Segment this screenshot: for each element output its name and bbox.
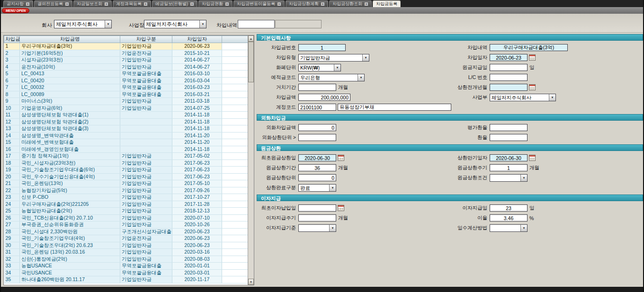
table-row[interactable]: 21국민_온렌딩(13억)기업일반자금2017-05-10 bbox=[4, 180, 249, 187]
table-row[interactable]: 3시설자금(23억3천)기업일반자금2014-06-27 bbox=[4, 57, 249, 64]
principal-condition-select[interactable]: ▼ bbox=[490, 174, 528, 182]
chevron-down-icon[interactable]: ▼ bbox=[549, 94, 555, 101]
tab-close-icon[interactable]: × bbox=[321, 2, 325, 6]
business-unit-select[interactable]: 제일저지주식회사 ▼ bbox=[490, 94, 556, 101]
tab-close-icon[interactable]: × bbox=[104, 2, 108, 6]
tab-차입금변동이율등록[interactable]: 차입금변동이율등록× bbox=[233, 0, 285, 7]
interest-pay-day-field[interactable] bbox=[490, 204, 528, 212]
calendar-icon[interactable] bbox=[529, 54, 536, 61]
loan-desc-input[interactable] bbox=[238, 20, 275, 28]
tab-공지사항[interactable]: 공지사항× bbox=[3, 0, 33, 7]
company-select[interactable]: 제일저지주식회사 ▼ bbox=[54, 20, 112, 28]
table-row[interactable]: 8LC_00089무역포괄금융대출2016-03-21 bbox=[4, 91, 249, 98]
interest-cycle-field[interactable] bbox=[298, 214, 336, 221]
table-row[interactable]: 30국민_기술창조우대(2억) 20.6.23기업일반자금2020-06-23 bbox=[4, 242, 249, 249]
calendar-icon[interactable] bbox=[529, 155, 536, 161]
chevron-down-icon[interactable]: ▼ bbox=[329, 225, 336, 231]
tab-close-icon[interactable]: × bbox=[225, 2, 229, 6]
interest-rate-field[interactable] bbox=[490, 214, 528, 221]
table-row[interactable]: 15미래에셋_변액보험대출2014-11-20 bbox=[4, 139, 249, 146]
tab-차입금상환조회[interactable]: 차입금상환조회× bbox=[329, 0, 372, 7]
table-row[interactable]: 12삼성생명단체보험 약관대출(2)2014-11-18 bbox=[4, 118, 249, 125]
table-row[interactable]: 34국민USANCE무역포괄금융대출2020-03-01 bbox=[4, 269, 249, 276]
table-row[interactable]: 9마이너스(3억)기업일반자금2011-03-18 bbox=[4, 98, 249, 105]
table-row[interactable]: 26국민_TCB신용대출(2억) 20.7.10기업일반자금2020-07-10 bbox=[4, 214, 249, 221]
tab-계정과목등록[interactable]: 계정과목등록× bbox=[113, 0, 151, 7]
table-row[interactable]: 1우리구매자금대출(3억)기업일반자금2020-06-23 bbox=[4, 43, 249, 50]
scroll-down-icon[interactable]: ▼ bbox=[248, 279, 254, 285]
tab-자금일보조회[interactable]: 자금일보조회× bbox=[73, 0, 112, 7]
calendar-icon[interactable] bbox=[338, 155, 344, 161]
table-row[interactable]: 6LC_00420무역포괄금융대출2016-03-04 bbox=[4, 77, 249, 84]
table-row[interactable]: 10기업운영자금(6억)기업일반자금2014-07-25 bbox=[4, 105, 249, 112]
table-row[interactable]: 5LC_00413무역포괄금융대출2016-03-10 bbox=[4, 71, 249, 78]
tab-close-icon[interactable]: × bbox=[190, 2, 194, 6]
currency-select[interactable]: KRW(₩) ▼ bbox=[298, 64, 341, 71]
chevron-down-icon[interactable]: ▼ bbox=[329, 185, 336, 191]
tab-close-icon[interactable]: × bbox=[143, 2, 148, 6]
tab-close-icon[interactable]: × bbox=[65, 2, 69, 6]
chevron-down-icon[interactable]: ▼ bbox=[358, 74, 364, 81]
first-interest-date-field[interactable] bbox=[298, 204, 336, 212]
table-row[interactable]: 22농협장기차입금(5억)기업일반자금2017-09-26 bbox=[4, 187, 249, 194]
site-select[interactable]: 제일저지주식회사 ▼ bbox=[144, 20, 206, 28]
table-row[interactable]: 24우리구매자금대출(2억)221205기업일반자금2017-11-28 bbox=[4, 201, 249, 208]
chevron-down-icon[interactable]: ▼ bbox=[199, 20, 206, 28]
calendar-icon[interactable] bbox=[338, 205, 344, 211]
scroll-up-icon[interactable]: ▲ bbox=[248, 35, 254, 42]
pre-repay-ym-field[interactable] bbox=[490, 84, 528, 91]
table-scrollbar[interactable]: ▲ ▼ bbox=[248, 35, 254, 285]
table-row[interactable]: 18국민_시설자금(23억3천)기업일반자금2017-06-23 bbox=[4, 159, 249, 167]
menu-open-button[interactable]: MENU OPEN bbox=[2, 8, 29, 13]
principal-pay-day-field[interactable] bbox=[490, 64, 528, 71]
tab-close-icon[interactable]: × bbox=[26, 2, 30, 6]
col-header-date[interactable]: 차입일자 bbox=[172, 36, 222, 43]
table-row[interactable]: 29국민_기술창조기업우대(4억)기업운전자금2020-06-23 bbox=[4, 235, 249, 242]
col-header-type[interactable]: 차입구분 bbox=[120, 36, 172, 43]
table-row[interactable]: 16미래에셋_경영인보험대출2014-11-18 bbox=[4, 146, 249, 153]
calendar-icon[interactable] bbox=[529, 84, 536, 90]
table-row[interactable]: 14삼성생명_변액약관대출2014-11-20 bbox=[4, 132, 249, 139]
table-row[interactable]: 19국민_기술창조기업우대대출(6억)기업일반자금2017-06-23 bbox=[4, 167, 249, 174]
tab-차입금상환계획[interactable]: 차입금상환계획× bbox=[286, 0, 328, 7]
chevron-down-icon[interactable]: ▼ bbox=[362, 54, 369, 61]
account-name-field[interactable] bbox=[338, 104, 451, 111]
tab-close-icon[interactable]: × bbox=[277, 2, 281, 6]
loan-amount-field[interactable] bbox=[298, 94, 350, 101]
chevron-down-icon[interactable]: ▼ bbox=[334, 64, 340, 71]
principal-period-field[interactable] bbox=[298, 164, 336, 171]
repay-complete-select[interactable]: 완료 ▼ bbox=[298, 184, 336, 192]
table-row[interactable]: 13삼성생명단체보험 약관대출(3)2014-11-18 bbox=[4, 125, 249, 133]
loan-date-field[interactable] bbox=[490, 54, 528, 61]
table-row[interactable]: 28국민_시설대 2,330백만원구조개선시설자금대출2020-06-23 bbox=[4, 228, 249, 235]
tab-결의전표등록[interactable]: 결의전표등록× bbox=[34, 0, 72, 7]
chevron-down-icon[interactable]: ▼ bbox=[105, 20, 111, 28]
col-header-code[interactable]: 차입금코드 bbox=[4, 36, 20, 43]
table-row[interactable]: 35하나대출260백만원 20.11.17기업일반자금2020-11-17 bbox=[4, 276, 249, 283]
table-row[interactable]: 25농협일반자금대출(2억)기업일반자금2018-12-13 bbox=[4, 208, 249, 215]
tab-차입금등록[interactable]: 차입금등록 bbox=[373, 0, 401, 7]
loan-type-select[interactable]: 기업일반자금 ▼ bbox=[298, 54, 369, 62]
loan-desc-input-secondary[interactable] bbox=[275, 20, 322, 28]
first-principal-date-field[interactable] bbox=[298, 154, 336, 161]
grace-period-field[interactable] bbox=[298, 84, 336, 91]
table-row[interactable]: 33농협USANCE무역포괄금융대출2020-01-01 bbox=[4, 263, 249, 270]
table-row[interactable]: 32신한(-)통장예금(2억)기업일반자금2020-08-03 bbox=[4, 256, 249, 263]
table-row[interactable]: 31국민_온렌딩 (13억) 20.03.16기업일반자금2020-03-16 bbox=[4, 249, 249, 256]
tab-예금일보(은행별)[interactable]: 예금일보(은행별)× bbox=[152, 0, 197, 7]
table-row[interactable]: 27부국증권_선순위유동화증권기업일반자금2020-10-26 bbox=[4, 221, 249, 229]
principal-cycle-field[interactable] bbox=[490, 164, 528, 171]
account-code-field[interactable] bbox=[298, 104, 336, 111]
table-row[interactable]: 2기업기본(16억5천)기업운전자금2015-10-21 bbox=[4, 50, 249, 57]
maturity-date-field[interactable] bbox=[490, 154, 528, 161]
deposit-code-select[interactable]: 우리은행 ▼ bbox=[298, 74, 365, 81]
loan-desc-detail-field[interactable] bbox=[490, 44, 568, 51]
scroll-thumb[interactable] bbox=[248, 42, 254, 82]
table-row[interactable]: 20국민_우수기술기업신용대출(4억)기업일반자금2017-06-23 bbox=[4, 173, 249, 180]
lc-no-field[interactable] bbox=[490, 74, 528, 81]
fx-loan-amount-field[interactable] bbox=[298, 124, 336, 131]
table-row[interactable]: 23신보 P-CBO기업일반자금2017-10-27 bbox=[4, 194, 249, 201]
interest-basis-select[interactable]: ▼ bbox=[298, 224, 336, 232]
table-row[interactable]: 11삼성생명단체보험 약관대출(1)2014-11-18 bbox=[4, 112, 249, 119]
day-count-method-select[interactable]: ▼ bbox=[490, 224, 528, 232]
